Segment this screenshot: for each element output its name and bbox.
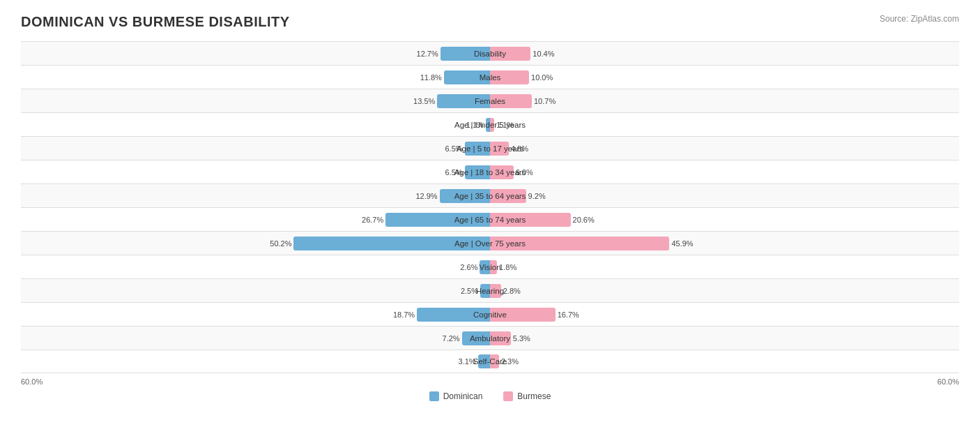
value-right: 9.2%	[528, 192, 546, 200]
bar-right	[490, 70, 529, 84]
legend-burmese-label: Burmese	[517, 391, 551, 401]
bar-right	[490, 331, 511, 345]
bar-row: 6.5% Age | 5 to 17 years 4.8%	[21, 136, 959, 160]
value-right: 10.4%	[533, 50, 554, 58]
chart-header: Dominican vs Burmese Disability Source: …	[21, 14, 959, 30]
axis-labels: 60.0% 60.0%	[21, 377, 959, 386]
bar-row: 12.7% Disability 10.4%	[21, 41, 959, 65]
bar-right	[490, 118, 494, 132]
value-right: 2.8%	[503, 287, 521, 295]
bar-left	[480, 284, 490, 298]
value-left: 18.7%	[393, 310, 415, 319]
bar-left	[441, 47, 490, 61]
legend-burmese: Burmese	[503, 391, 551, 401]
value-left: 6.5%	[445, 144, 462, 153]
chart-body: 12.7% Disability 10.4%	[21, 41, 959, 373]
bar-row: 1.1% Age | Under 5 years 1.1%	[21, 112, 959, 136]
value-left: 7.2%	[443, 334, 460, 343]
bar-right	[490, 308, 556, 322]
value-left: 2.5%	[461, 287, 478, 295]
bar-row: 7.2% Ambulatory 5.3%	[21, 326, 959, 350]
legend-dominican-label: Dominican	[443, 391, 483, 401]
bar-right	[490, 142, 509, 156]
value-left: 26.7%	[362, 216, 383, 224]
value-left: 1.1%	[466, 121, 484, 129]
bar-row: 50.2% Age | Over 75 years 45.9%	[21, 231, 959, 255]
bar-left	[465, 142, 490, 156]
bar-right	[490, 354, 499, 368]
value-right: 6.0%	[516, 168, 533, 177]
bar-left	[478, 354, 490, 368]
value-right: 4.8%	[511, 144, 528, 153]
bar-right	[490, 284, 501, 298]
value-right: 45.9%	[671, 239, 693, 248]
chart-source: Source: ZipAtlas.com	[880, 14, 959, 24]
bar-left	[462, 331, 490, 345]
value-left: 11.8%	[420, 73, 442, 82]
bar-left	[440, 189, 490, 203]
bar-right	[490, 94, 532, 108]
value-right: 1.1%	[496, 121, 514, 129]
bar-row: 2.5% Hearing 2.8%	[21, 278, 959, 302]
bar-left	[385, 213, 490, 227]
bar-right	[490, 189, 526, 203]
legend-box-dominican	[429, 391, 439, 401]
chart-title: Dominican vs Burmese Disability	[21, 14, 290, 30]
bar-left	[480, 260, 490, 274]
value-left: 50.2%	[270, 239, 291, 248]
value-left: 3.1%	[459, 357, 476, 366]
value-right: 10.0%	[531, 73, 553, 82]
bar-left	[437, 94, 490, 108]
bar-row: 11.8% Males 10.0%	[21, 65, 959, 89]
value-left: 12.7%	[417, 50, 438, 58]
chart-container: Dominican vs Burmese Disability Source: …	[21, 14, 959, 401]
bar-row: 18.7% Cognitive 16.7%	[21, 302, 959, 326]
axis-right-label: 60.0%	[937, 377, 959, 386]
axis-left-label: 60.0%	[21, 377, 43, 386]
bar-row: 3.1% Self-Care 2.3%	[21, 350, 959, 373]
legend-box-burmese	[503, 391, 513, 401]
bar-left	[465, 165, 490, 179]
value-right: 20.6%	[573, 216, 595, 224]
value-right: 2.3%	[501, 357, 519, 366]
legend-dominican: Dominican	[429, 391, 483, 401]
bar-row: 2.6% Vision 1.8%	[21, 255, 959, 278]
bar-row: 12.9% Age | 35 to 64 years 9.2%	[21, 183, 959, 207]
bar-right	[490, 237, 669, 250]
value-right: 1.8%	[499, 263, 516, 271]
legend: Dominican Burmese	[21, 391, 959, 401]
bar-left	[293, 237, 490, 250]
bar-row: 6.5% Age | 18 to 34 years 6.0%	[21, 160, 959, 183]
value-right: 16.7%	[558, 310, 579, 319]
value-left: 2.6%	[460, 263, 477, 271]
bar-right	[490, 47, 530, 61]
bar-row: 13.5% Females 10.7%	[21, 89, 959, 112]
value-left: 13.5%	[413, 97, 435, 105]
value-right: 10.7%	[534, 97, 556, 105]
value-right: 5.3%	[513, 334, 530, 343]
bar-right	[490, 213, 571, 227]
bar-right	[490, 260, 497, 274]
bar-row: 26.7% Age | 65 to 74 years 20.6%	[21, 207, 959, 231]
bar-right	[490, 165, 514, 179]
bar-left	[417, 308, 490, 322]
bar-left	[444, 70, 490, 84]
value-left: 6.5%	[445, 168, 462, 177]
value-left: 12.9%	[415, 192, 437, 200]
